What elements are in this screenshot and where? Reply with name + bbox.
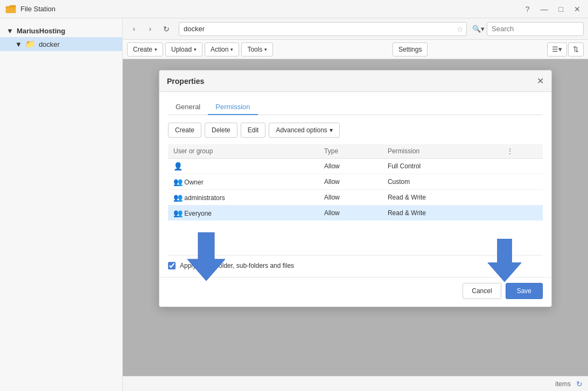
more-cell	[501, 174, 543, 190]
modal-tabs: General Permission	[168, 99, 543, 115]
more-cell	[501, 190, 543, 205]
content-area: ‹ › ↻ ☆ 🔍▾ Create ▾ Upload ▾ Actio	[123, 18, 588, 391]
refresh-status-button[interactable]: ↻	[576, 380, 583, 388]
svg-marker-0	[187, 232, 225, 281]
arrow-left-indicator	[187, 232, 225, 281]
modal-header: Properties ✕	[159, 70, 551, 92]
address-input[interactable]	[179, 22, 467, 36]
table-row[interactable]: 👥 administrators Allow Read & Write	[168, 190, 543, 205]
sort-button[interactable]: ⇅	[568, 42, 584, 56]
apply-checkbox[interactable]	[168, 262, 176, 269]
action-bar: Create ▾ Upload ▾ Action ▾ Tools ▾ Setti…	[123, 40, 588, 59]
col-header-user: User or group	[168, 144, 319, 159]
view-controls: ☰▾ ⇅	[547, 42, 584, 56]
address-bar-container: ☆	[179, 22, 467, 36]
perm-cell: Read & Write	[382, 190, 501, 205]
type-cell: Allow	[319, 159, 382, 174]
minimize-button[interactable]: —	[538, 4, 550, 15]
folder-icon	[5, 4, 16, 15]
modal-overlay: Properties ✕ General Permission Create	[123, 59, 588, 376]
perm-create-button[interactable]: Create	[168, 123, 201, 138]
modal-footer-area: Apply to this folder, sub-folders and fi…	[159, 228, 551, 277]
caret-icon: ▾	[230, 47, 233, 52]
caret-icon: ▾	[194, 47, 197, 52]
permission-buttons: Create Delete Edit Advanced options ▾	[168, 123, 543, 138]
sidebar-group: ▼ MariusHosting ▼ 📁 docker	[0, 23, 122, 53]
save-button[interactable]: Save	[506, 283, 543, 299]
permission-table: User or group Type Permission ⋮ 👤	[168, 144, 543, 221]
modal-close-button[interactable]: ✕	[537, 77, 544, 86]
list-view-button[interactable]: ☰▾	[547, 42, 567, 56]
group-icon: 👥	[173, 209, 183, 217]
user-cell: 👥 Owner	[168, 174, 319, 190]
upload-button[interactable]: Upload ▾	[165, 42, 202, 56]
chevron-down-icon: ▼	[6, 27, 13, 35]
perm-cell: Read & Write	[382, 205, 501, 221]
perm-edit-button[interactable]: Edit	[241, 123, 266, 138]
type-cell: Allow	[319, 205, 382, 221]
arrow-right-indicator	[486, 239, 523, 282]
user-cell: 👤	[168, 159, 319, 174]
maximize-button[interactable]: □	[557, 4, 565, 15]
modal-title: Properties	[167, 77, 204, 86]
sidebar-item-label: docker	[39, 40, 60, 48]
sidebar-group-label: MariusHosting	[17, 27, 65, 35]
file-area: Properties ✕ General Permission Create	[123, 59, 588, 376]
cancel-button[interactable]: Cancel	[463, 283, 501, 299]
type-cell: Allow	[319, 174, 382, 190]
modal-body: General Permission Create Delete Edit Ad…	[159, 92, 551, 228]
table-row[interactable]: 👥 Everyone Allow Read & Write	[168, 205, 543, 221]
search-input[interactable]	[487, 22, 584, 36]
group-icon: 👥	[173, 193, 183, 202]
forward-button[interactable]: ›	[143, 22, 157, 36]
search-container: 🔍▾	[472, 22, 584, 36]
sidebar-item-docker[interactable]: ▼ 📁 docker	[0, 37, 122, 51]
status-bar: items ↻	[123, 376, 588, 391]
items-count: items	[555, 380, 571, 388]
search-icon-button[interactable]: 🔍▾	[472, 25, 485, 33]
tools-button[interactable]: Tools ▾	[241, 42, 273, 56]
app-title: File Station	[20, 5, 55, 13]
perm-cell: Full Control	[382, 159, 501, 174]
close-button[interactable]: ✕	[572, 4, 583, 15]
settings-button[interactable]: Settings	[393, 42, 428, 56]
table-header-row: User or group Type Permission ⋮	[168, 144, 543, 159]
perm-advanced-button[interactable]: Advanced options ▾	[269, 123, 339, 138]
action-button[interactable]: Action ▾	[205, 42, 239, 56]
sidebar: ▼ MariusHosting ▼ 📁 docker	[0, 18, 123, 391]
title-bar: File Station ? — □ ✕	[0, 0, 588, 18]
user-cell: 👥 Everyone	[168, 205, 319, 221]
caret-icon: ▾	[330, 126, 333, 134]
svg-marker-1	[488, 239, 521, 282]
col-header-perm: Permission	[382, 144, 501, 159]
more-cell	[501, 205, 543, 221]
type-cell: Allow	[319, 190, 382, 205]
create-button[interactable]: Create ▾	[127, 42, 163, 56]
table-row[interactable]: 👤 Allow Full Control	[168, 159, 543, 174]
group-icon: 👥	[173, 177, 183, 186]
toolbar: ‹ › ↻ ☆ 🔍▾	[123, 18, 588, 40]
more-cell	[501, 159, 543, 174]
tab-permission[interactable]: Permission	[208, 99, 257, 115]
perm-delete-button[interactable]: Delete	[205, 123, 237, 138]
col-header-type: Type	[319, 144, 382, 159]
folder-icon: 📁	[25, 39, 36, 49]
sidebar-group-header[interactable]: ▼ MariusHosting	[0, 25, 122, 37]
tab-general[interactable]: General	[168, 99, 208, 115]
down-arrow-left-icon	[187, 232, 225, 281]
caret-icon: ▾	[155, 47, 157, 52]
user-cell: 👥 administrators	[168, 190, 319, 205]
properties-modal: Properties ✕ General Permission Create	[159, 70, 552, 307]
bookmark-icon[interactable]: ☆	[457, 25, 464, 33]
perm-cell: Custom	[382, 174, 501, 190]
chevron-right-icon: ▼	[15, 40, 22, 48]
help-button[interactable]: ?	[523, 4, 532, 15]
caret-icon: ▾	[264, 47, 267, 52]
user-icon: 👤	[173, 162, 183, 170]
table-row[interactable]: 👥 Owner Allow Custom	[168, 174, 543, 190]
back-button[interactable]: ‹	[127, 22, 141, 36]
col-header-more: ⋮	[501, 144, 543, 159]
down-arrow-right-icon	[486, 239, 523, 282]
refresh-button[interactable]: ↻	[159, 22, 173, 36]
